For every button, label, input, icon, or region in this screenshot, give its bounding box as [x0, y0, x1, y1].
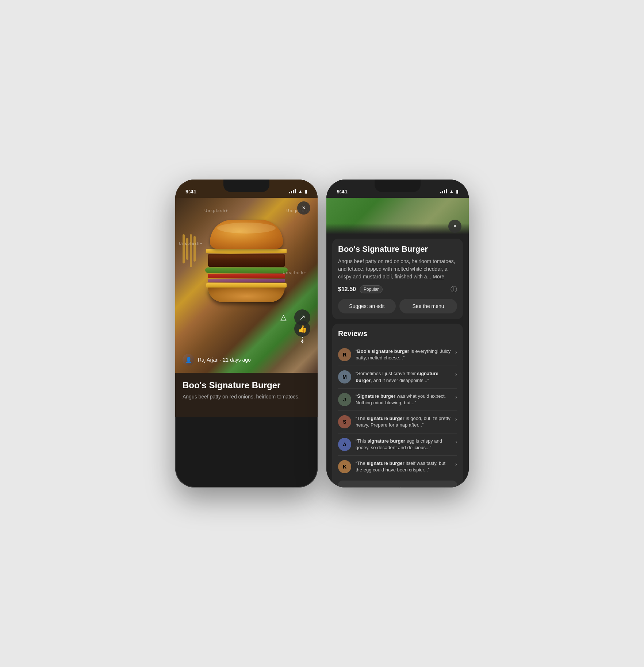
review-text-5: “This signature burger egg is crispy and… — [356, 438, 451, 451]
review-text-2: “Sometimes I just crave their signature … — [356, 370, 451, 383]
close-icon-left: × — [302, 205, 305, 211]
review-chevron-6: › — [455, 461, 457, 467]
patty — [208, 254, 285, 267]
review-avatar-2: M — [338, 370, 351, 383]
author-bar: 👤 Raj Arjan · 21 days ago — [183, 354, 251, 366]
review-item-3[interactable]: J “Signature burger was what you’d expec… — [338, 389, 457, 411]
watermark-4: Unsplash+ — [283, 271, 307, 275]
signal-icon — [289, 189, 296, 193]
close-button-right[interactable]: × — [448, 220, 461, 233]
status-time-right: 9:41 — [337, 188, 348, 194]
bun-top — [210, 220, 283, 249]
review-item-6[interactable]: K “The signature burger itself was tasty… — [338, 456, 457, 478]
burger-layers — [208, 249, 285, 288]
share-button[interactable]: ↗ — [294, 309, 310, 325]
author-name: Raj Arjan — [198, 357, 219, 363]
onion — [208, 279, 285, 282]
signal-icon-right — [440, 189, 447, 193]
share-icon: ↗ — [299, 313, 306, 322]
author-avatar: 👤 — [183, 354, 194, 366]
review-avatar-4: S — [338, 415, 351, 428]
dish-title-right: Boo's Signature Burger — [338, 244, 457, 254]
review-text-3: “Signature burger was what you’d expect.… — [356, 393, 451, 406]
tomato — [208, 274, 285, 278]
more-dots-icon: ⋮ — [298, 335, 306, 345]
review-avatar-6: K — [338, 460, 351, 473]
more-reviews-label: More reviews — [378, 486, 410, 487]
suggest-edit-button[interactable]: Suggest an edit — [338, 299, 396, 313]
more-reviews-button[interactable]: More reviews ⌄ — [338, 481, 457, 487]
save-button[interactable]: △ — [275, 309, 291, 325]
burger-image: Unsplash+ Unsplash+ Unsplash+ Unsplash+ … — [175, 198, 318, 373]
bookmark-icon: △ — [280, 313, 287, 322]
avatar-icon: 👤 — [185, 357, 192, 363]
battery-icon-right: ▮ — [456, 189, 459, 194]
review-item-4[interactable]: S “The signature burger is good, but it’… — [338, 411, 457, 433]
review-item-2[interactable]: M “Sometimes I just crave their signatur… — [338, 366, 457, 388]
reviews-title: Reviews — [338, 329, 457, 338]
bun-bottom — [208, 288, 285, 302]
author-info: Raj Arjan · 21 days ago — [198, 357, 251, 363]
review-item-5[interactable]: A “This signature burger egg is crispy a… — [338, 433, 457, 456]
left-phone: 9:41 ▲ ▮ × — [175, 180, 318, 487]
close-icon-right: × — [453, 223, 456, 230]
notch — [223, 180, 269, 192]
close-button-left[interactable]: × — [297, 201, 310, 215]
notch-right — [375, 180, 421, 192]
price-row: $12.50 Popular ⓘ — [338, 285, 457, 294]
top-image-strip: × — [326, 198, 469, 234]
review-text-1: “Boo’s signature burger is everything! J… — [356, 348, 451, 361]
dish-title-left: Boo's Signature Burger — [183, 380, 310, 390]
popular-badge: Popular — [360, 285, 383, 293]
watermark-3: Unsplash+ — [179, 242, 203, 246]
dish-desc-left: Angus beef patty on red onions, heirloom… — [183, 393, 310, 401]
review-chevron-3: › — [455, 394, 457, 400]
more-button[interactable]: ⋮ — [294, 332, 310, 348]
bottom-panel-left: Boo's Signature Burger Angus beef patty … — [175, 373, 318, 417]
info-card: Boo's Signature Burger Angus beef patty … — [332, 239, 463, 319]
reviews-card: Reviews R “Boo’s signature burger is eve… — [332, 324, 463, 487]
left-content: × — [175, 198, 318, 487]
review-avatar-3: J — [338, 393, 351, 406]
wifi-icon: ▲ — [298, 189, 303, 194]
right-content: × Boo's Signature Burger Angus beef patt… — [326, 198, 469, 487]
lettuce — [205, 267, 288, 273]
fries — [183, 234, 196, 267]
review-item-1[interactable]: R “Boo’s signature burger is everything!… — [338, 344, 457, 366]
status-icons-right: ▲ ▮ — [440, 189, 459, 194]
more-link[interactable]: More — [433, 274, 444, 279]
info-icon: ⓘ — [451, 285, 457, 294]
dish-price: $12.50 — [338, 286, 356, 293]
action-buttons: Suggest an edit See the menu — [338, 299, 457, 313]
review-chevron-1: › — [455, 349, 457, 355]
status-icons-left: ▲ ▮ — [289, 189, 307, 194]
review-chevron-2: › — [455, 371, 457, 378]
wifi-icon-right: ▲ — [449, 189, 454, 194]
watermark-2: Unsplash+ — [204, 209, 229, 213]
battery-icon: ▮ — [305, 189, 307, 194]
review-avatar-1: R — [338, 348, 351, 361]
chevron-down-icon: ⌄ — [413, 486, 417, 487]
review-chevron-4: › — [455, 416, 457, 423]
author-time-ago: 21 days ago — [223, 357, 250, 363]
right-phone: 9:41 ▲ ▮ × Boo's S — [326, 180, 469, 487]
review-avatar-5: A — [338, 438, 351, 451]
review-text-6: “The signature burger itself was tasty, … — [356, 460, 451, 473]
dish-desc-right: Angus beef patty on red onions, heirloom… — [338, 258, 457, 281]
review-chevron-5: › — [455, 439, 457, 445]
review-text-4: “The signature burger is good, but it’s … — [356, 415, 451, 428]
see-menu-button[interactable]: See the menu — [399, 299, 457, 313]
status-time-left: 9:41 — [185, 188, 196, 194]
cheese-2 — [206, 283, 287, 288]
cheese — [206, 249, 287, 253]
